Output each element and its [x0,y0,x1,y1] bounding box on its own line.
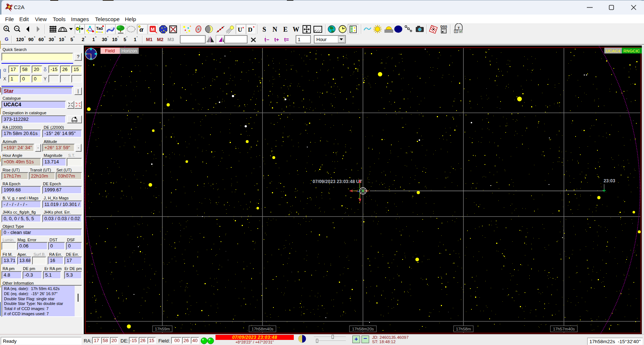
svg-text:30: 30 [49,37,54,42]
svg-text:Field: Field [105,48,115,53]
svg-text:M1: M1 [146,37,153,42]
svg-text:T: T [455,30,457,33]
svg-text:M: M [151,27,155,32]
svg-text:17h58m40s: 17h58m40s [252,327,273,331]
svg-text:RNGCIC: RNGCIC [623,49,640,53]
svg-text:17h59m: 17h59m [155,327,170,331]
svg-text:°: ° [95,36,97,39]
svg-text:M3: M3 [167,37,174,42]
svg-text:17h57m40s: 17h57m40s [553,327,575,331]
svg-text:N: N [357,190,359,193]
svg-text:°: ° [74,36,75,39]
svg-text:t+: t+ [274,37,279,43]
svg-text:1: 1 [134,37,136,42]
svg-text:t−: t− [265,37,269,43]
svg-text:': ' [107,36,108,39]
svg-text:120: 120 [16,37,24,42]
svg-text:': ' [118,36,118,39]
svg-text:G: G [5,36,8,42]
svg-text:°: ° [44,36,46,39]
svg-text:N: N [273,26,277,33]
svg-text:30: 30 [102,37,107,42]
svg-text:S: S [262,26,266,33]
svg-text:Horizon: Horizon [121,48,137,53]
svg-text:23:03: 23:03 [604,178,615,183]
svg-text:E: E [283,26,288,33]
svg-text:°: ° [85,36,86,39]
svg-text:D: D [248,26,252,33]
svg-text:M2: M2 [157,37,163,42]
svg-text:10: 10 [112,37,117,42]
svg-text:U: U [238,26,242,33]
svg-text:Taŭ: Taŭ [96,26,103,31]
svg-text:07/09/2023 23:03:48 UT: 07/09/2023 23:03:48 UT [313,179,363,184]
svg-text:': ' [127,36,127,39]
svg-text:17h58m: 17h58m [456,327,471,331]
svg-text:T: T [458,26,460,30]
svg-text:17h58m20s: 17h58m20s [352,327,374,331]
svg-text:': ' [137,36,138,39]
svg-text:−: − [16,26,18,31]
svg-text:1: 1 [298,37,300,42]
svg-text:°: ° [54,36,56,39]
svg-text:°: ° [34,36,35,39]
svg-text:t=: t= [284,37,289,43]
svg-text:°: ° [24,36,26,39]
svg-text:2: 2 [82,37,84,42]
svg-text:60: 60 [39,37,44,42]
svg-text:DSS: DSS [440,25,447,28]
svg-text:Hour: Hour [316,37,327,42]
svg-text:+: + [5,26,7,31]
svg-text:5: 5 [70,37,73,42]
svg-text:UCAC4: UCAC4 [606,49,620,53]
svg-text:90: 90 [28,37,33,42]
svg-text:5: 5 [123,37,126,42]
svg-text:W: W [293,26,299,33]
svg-text:1: 1 [92,37,95,42]
svg-text:10: 10 [59,37,64,42]
svg-text:°: ° [64,36,66,39]
